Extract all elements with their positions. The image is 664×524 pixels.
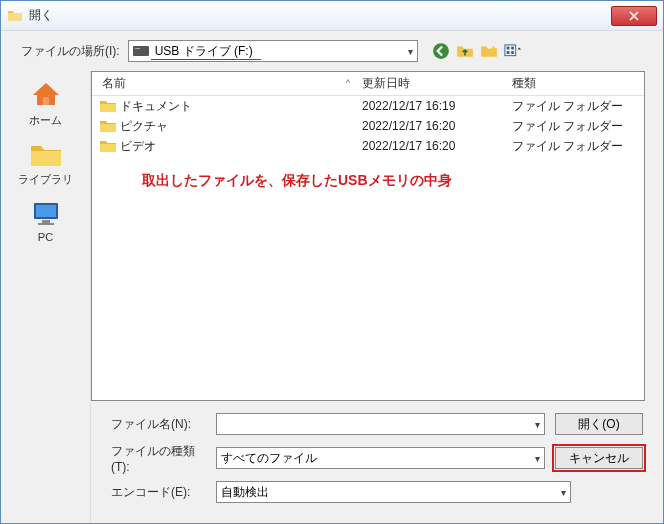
toolbar: ファイルの場所(I): USB ドライブ (F:) ▾ — [1, 31, 663, 71]
location-value: USB ドライブ (F:) — [155, 43, 408, 60]
sidebar-item-library[interactable]: ライブラリ — [18, 142, 73, 187]
svg-rect-8 — [42, 220, 50, 223]
sidebar: ホーム ライブラリ PC — [1, 71, 91, 523]
sidebar-item-label: ライブラリ — [18, 172, 73, 187]
view-menu-icon[interactable] — [504, 42, 522, 60]
column-type[interactable]: 種類 — [512, 75, 644, 92]
sidebar-item-pc[interactable]: PC — [30, 201, 62, 243]
main-area: 名前^ 更新日時 種類 ドキュメント 2022/12/17 16:19 ファイル… — [91, 71, 663, 523]
column-headers: 名前^ 更新日時 種類 — [92, 72, 644, 96]
annotation-text: 取出したファイルを、保存したUSBメモリの中身 — [142, 172, 452, 190]
svg-rect-4 — [511, 46, 514, 49]
svg-rect-2 — [506, 46, 509, 49]
svg-rect-3 — [506, 51, 509, 54]
list-item[interactable]: ビデオ 2022/12/17 16:20 ファイル フォルダー — [92, 136, 644, 156]
titlebar: 開く — [1, 1, 663, 31]
window-title: 開く — [29, 7, 611, 24]
location-label: ファイルの場所(I): — [21, 43, 120, 60]
open-button[interactable]: 開く(O) — [555, 413, 643, 435]
dialog-footer: ファイル名(N): ▾ 開く(O) ファイルの種類(T): すべてのファイル▾ … — [91, 407, 663, 523]
folder-icon — [100, 140, 116, 153]
toolbar-buttons — [432, 42, 522, 60]
up-folder-icon[interactable] — [456, 42, 474, 60]
home-icon — [31, 81, 61, 109]
sidebar-item-label: ホーム — [29, 113, 62, 128]
chevron-down-icon: ▾ — [561, 487, 566, 498]
folder-icon — [100, 100, 116, 113]
list-item[interactable]: ドキュメント 2022/12/17 16:19 ファイル フォルダー — [92, 96, 644, 116]
location-dropdown[interactable]: USB ドライブ (F:) ▾ — [128, 40, 418, 62]
filename-input[interactable]: ▾ — [216, 413, 545, 435]
sort-indicator-icon: ^ — [346, 78, 350, 88]
encoding-label: エンコード(E): — [111, 484, 206, 501]
pc-icon — [30, 201, 62, 227]
list-item[interactable]: ピクチャ 2022/12/17 16:20 ファイル フォルダー — [92, 116, 644, 136]
cancel-button[interactable]: キャンセル — [555, 447, 643, 469]
new-folder-icon[interactable] — [480, 42, 498, 60]
annotation-underline — [151, 59, 261, 61]
svg-rect-5 — [511, 51, 514, 54]
filetype-label: ファイルの種類(T): — [111, 443, 206, 474]
sidebar-item-home[interactable]: ホーム — [29, 81, 62, 128]
filetype-dropdown[interactable]: すべてのファイル▾ — [216, 447, 545, 469]
chevron-down-icon: ▾ — [535, 419, 540, 430]
svg-rect-1 — [505, 45, 516, 56]
dialog-body: ホーム ライブラリ PC 名前^ 更新日時 種類 ドキュメント — [1, 71, 663, 523]
chevron-down-icon: ▾ — [408, 46, 413, 57]
encoding-dropdown[interactable]: 自動検出▾ — [216, 481, 571, 503]
column-name[interactable]: 名前^ — [92, 75, 362, 92]
sidebar-item-label: PC — [38, 231, 53, 243]
folder-icon — [7, 8, 23, 24]
svg-rect-9 — [38, 223, 54, 225]
folder-icon — [100, 120, 116, 133]
filename-label: ファイル名(N): — [111, 416, 206, 433]
svg-point-0 — [433, 43, 449, 59]
folder-icon — [29, 142, 63, 168]
svg-rect-7 — [36, 205, 56, 217]
file-list: 名前^ 更新日時 種類 ドキュメント 2022/12/17 16:19 ファイル… — [91, 71, 645, 401]
chevron-down-icon: ▾ — [535, 453, 540, 464]
open-dialog: 開く ファイルの場所(I): USB ドライブ (F:) ▾ ホーム — [0, 0, 664, 524]
back-icon[interactable] — [432, 42, 450, 60]
drive-icon — [133, 46, 149, 56]
close-button[interactable] — [611, 6, 657, 26]
column-date[interactable]: 更新日時 — [362, 75, 512, 92]
file-rows: ドキュメント 2022/12/17 16:19 ファイル フォルダー ピクチャ … — [92, 96, 644, 156]
